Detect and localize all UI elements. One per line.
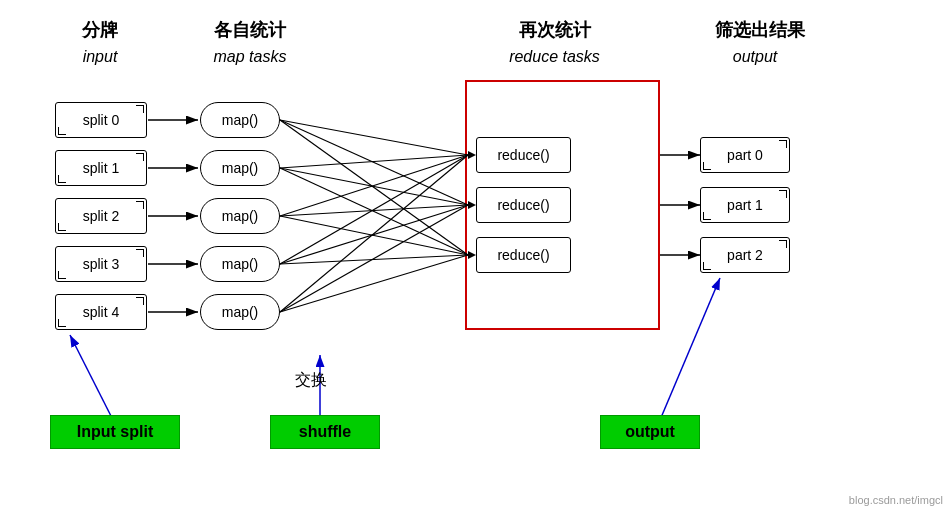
svg-line-10 <box>280 155 468 168</box>
exchange-label: 交换 <box>295 370 327 391</box>
svg-line-30 <box>660 278 720 420</box>
diagram: 分牌 各自统计 再次统计 筛选出结果 input map tasks reduc… <box>0 0 948 511</box>
svg-line-11 <box>280 168 468 205</box>
map-1-box: map() <box>200 150 280 186</box>
svg-line-8 <box>280 120 468 205</box>
svg-line-16 <box>280 155 468 264</box>
map-0-box: map() <box>200 102 280 138</box>
part-2-box: part 2 <box>700 237 790 273</box>
output-label: output <box>600 415 700 449</box>
reduce-0-box: reduce() <box>476 137 571 173</box>
reduce-2-box: reduce() <box>476 237 571 273</box>
svg-line-28 <box>70 335 113 420</box>
watermark: blog.csdn.net/imgcl <box>849 494 943 506</box>
split-2-box: split 2 <box>55 198 147 234</box>
svg-line-19 <box>280 155 468 312</box>
reduce-cn-label: 再次统计 <box>480 18 630 42</box>
map-cn-label: 各自统计 <box>195 18 305 42</box>
svg-line-20 <box>280 205 468 312</box>
input-cn-label: 分牌 <box>55 18 145 42</box>
map-en-label: map tasks <box>185 48 315 66</box>
map-4-box: map() <box>200 294 280 330</box>
part-1-box: part 1 <box>700 187 790 223</box>
split-3-box: split 3 <box>55 246 147 282</box>
svg-line-18 <box>280 255 468 264</box>
split-0-box: split 0 <box>55 102 147 138</box>
svg-line-7 <box>280 120 468 155</box>
output-cn-label: 筛选出结果 <box>680 18 840 42</box>
shuffle-label: shuffle <box>270 415 380 449</box>
svg-line-17 <box>280 205 468 264</box>
svg-line-12 <box>280 168 468 255</box>
svg-line-13 <box>280 155 468 216</box>
output-en-label: output <box>680 48 830 66</box>
input-en-label: input <box>50 48 150 66</box>
input-split-label: Input split <box>50 415 180 449</box>
map-3-box: map() <box>200 246 280 282</box>
part-0-box: part 0 <box>700 137 790 173</box>
split-4-box: split 4 <box>55 294 147 330</box>
svg-line-9 <box>280 120 468 255</box>
reduce-1-box: reduce() <box>476 187 571 223</box>
svg-line-14 <box>280 205 468 216</box>
map-2-box: map() <box>200 198 280 234</box>
svg-line-21 <box>280 255 468 312</box>
svg-line-15 <box>280 216 468 255</box>
reduce-en-label: reduce tasks <box>472 48 637 66</box>
split-1-box: split 1 <box>55 150 147 186</box>
